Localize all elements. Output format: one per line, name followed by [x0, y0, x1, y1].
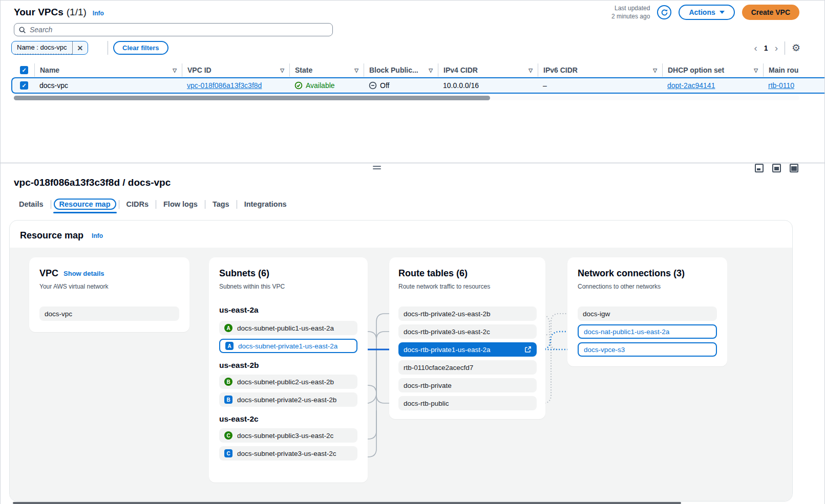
actions-button[interactable]: Actions: [679, 5, 734, 20]
az-c-private-badge: C: [224, 449, 232, 457]
az-heading: us-east-2b: [219, 360, 357, 370]
vpc-id-link[interactable]: vpc-018f086a13f3c3f8d: [187, 81, 262, 90]
column-header-vpc-id[interactable]: VPC ID▽: [182, 63, 289, 77]
clear-filters-button[interactable]: Clear filters: [113, 41, 168, 55]
chevron-down-icon: [720, 11, 725, 14]
filter-token-label: Name : docs-vpc: [12, 41, 72, 54]
column-header-main-route-table[interactable]: Main rou: [763, 63, 825, 77]
cell-block-public: Off: [364, 81, 438, 90]
page-number[interactable]: 1: [764, 44, 768, 52]
search-input[interactable]: [30, 26, 328, 34]
search-box: [14, 23, 333, 36]
vpc-column-title: VPC: [39, 268, 58, 279]
tab-tags[interactable]: Tags: [205, 196, 237, 212]
panel-small-icon[interactable]: [755, 164, 764, 172]
cell-state: Available: [289, 81, 364, 90]
header-actions: Last updated 2 minutes ago Actions Creat…: [611, 4, 799, 20]
cell-dhcp: dopt-2ac94141: [662, 81, 763, 90]
select-all-checkbox[interactable]: ✓: [20, 66, 28, 74]
sort-filter-icon[interactable]: ▽: [429, 68, 433, 73]
sort-filter-icon[interactable]: ▽: [754, 68, 758, 73]
az-heading: us-east-2a: [219, 305, 357, 315]
filter-token[interactable]: Name : docs-vpc ✕: [11, 41, 88, 55]
network-connection-node-highlighted[interactable]: docs-nat-public1-us-east-2a: [578, 324, 717, 339]
split-drag-handle-icon[interactable]: [373, 166, 381, 171]
route-table-node[interactable]: docs-rtb-private: [398, 378, 537, 392]
status-off-icon: [369, 81, 377, 90]
subnet-node-selected[interactable]: A docs-subnet-private1-us-east-2a: [219, 339, 357, 353]
az-a-public-badge: A: [224, 324, 232, 332]
sort-filter-icon[interactable]: ▽: [528, 68, 533, 73]
remove-filter-icon[interactable]: ✕: [73, 44, 88, 52]
panel-medium-icon[interactable]: [772, 164, 781, 172]
route-table-node[interactable]: docs-rtb-private2-us-east-2b: [398, 306, 537, 321]
route-tables-column: Route tables (6) Route network traffic t…: [389, 257, 545, 419]
az-b-private-badge: B: [224, 396, 232, 404]
resource-map-canvas: VPC Show details Your AWS virtual networ…: [10, 248, 792, 501]
sort-filter-icon[interactable]: ▽: [653, 68, 657, 73]
subnets-column-description: Subnets within this VPC: [219, 283, 357, 291]
route-table-node[interactable]: rtb-0110cface2acecfd7: [398, 360, 537, 375]
last-updated-text: Last updated 2 minutes ago: [611, 4, 650, 20]
page-header: Your VPCs (1/1) Info: [14, 7, 104, 18]
sort-filter-icon[interactable]: ▽: [173, 68, 177, 73]
horizontal-scrollbar[interactable]: [14, 96, 799, 100]
divider: [108, 41, 108, 55]
tab-integrations[interactable]: Integrations: [237, 196, 294, 212]
route-table-node-selected[interactable]: docs-rtb-private1-us-east-2a: [398, 342, 537, 357]
pagination: ‹ 1 › ⚙: [754, 41, 801, 55]
vpc-list-pane: Your VPCs (1/1) Info Last updated 2 minu…: [0, 0, 825, 163]
page-horizontal-scrollbar[interactable]: [13, 502, 681, 504]
external-link-icon[interactable]: [524, 346, 532, 353]
cell-main-route-table: rtb-0110: [763, 81, 825, 90]
resource-map-card: Resource map Info VPC Show details: [9, 220, 793, 501]
panel-size-controls: [755, 164, 798, 172]
column-header-dhcp[interactable]: DHCP option set▽: [662, 63, 763, 77]
tab-cidrs[interactable]: CIDRs: [119, 196, 156, 212]
subnet-node[interactable]: B docs-subnet-public2-us-east-2b: [219, 375, 357, 389]
tab-details[interactable]: Details: [14, 196, 51, 212]
table-header: ✓ Name▽ VPC ID▽ State▽ Block Public...▽ …: [14, 63, 825, 77]
resource-map-title: Resource map: [20, 230, 83, 241]
subnet-node[interactable]: C docs-subnet-private3-us-east-2c: [219, 446, 357, 461]
cell-vpc-id: vpc-018f086a13f3c3f8d: [182, 81, 289, 90]
page-next-icon[interactable]: ›: [775, 43, 778, 53]
gear-icon[interactable]: ⚙: [792, 43, 800, 53]
row-checkbox[interactable]: ✓: [20, 81, 28, 90]
page-info-link[interactable]: Info: [93, 10, 104, 17]
main-route-table-link[interactable]: rtb-0110: [768, 81, 794, 90]
network-connections-column-description: Connections to other networks: [578, 283, 717, 291]
subnet-node[interactable]: B docs-subnet-private2-us-east-2b: [219, 392, 357, 407]
table-row[interactable]: ✓ docs-vpc vpc-018f086a13f3c3f8d Availab…: [11, 77, 825, 94]
az-b-public-badge: B: [224, 378, 232, 386]
page-prev-icon[interactable]: ‹: [754, 43, 757, 53]
vpc-column: VPC Show details Your AWS virtual networ…: [29, 257, 189, 332]
sort-filter-icon[interactable]: ▽: [354, 68, 358, 73]
route-table-node[interactable]: docs-rtb-private3-us-east-2c: [398, 324, 537, 339]
tab-flow-logs[interactable]: Flow logs: [156, 196, 205, 212]
column-header-state[interactable]: State▽: [289, 63, 364, 77]
network-connection-node[interactable]: docs-igw: [578, 306, 717, 321]
resource-map-info-link[interactable]: Info: [92, 232, 103, 239]
route-table-node[interactable]: docs-rtb-public: [398, 396, 537, 410]
column-header-ipv4-cidr[interactable]: IPv4 CIDR▽: [438, 63, 538, 77]
column-header-block-public[interactable]: Block Public...▽: [364, 63, 438, 77]
select-all-cell: ✓: [14, 63, 34, 77]
vpc-node[interactable]: docs-vpc: [39, 306, 179, 321]
network-connection-node-highlighted[interactable]: docs-vpce-s3: [578, 342, 717, 357]
search-icon: [18, 26, 26, 34]
horizontal-scrollbar-thumb[interactable]: [14, 96, 490, 100]
column-header-ipv6-cidr[interactable]: IPv6 CIDR▽: [538, 63, 662, 77]
tab-resource-map[interactable]: Resource map: [51, 196, 119, 212]
route-tables-column-description: Route network traffic to resources: [398, 283, 537, 291]
sort-filter-icon[interactable]: ▽: [280, 68, 284, 73]
dhcp-option-set-link[interactable]: dopt-2ac94141: [667, 81, 715, 90]
refresh-button[interactable]: [657, 5, 671, 19]
panel-full-icon[interactable]: [790, 164, 798, 172]
show-details-link[interactable]: Show details: [64, 270, 104, 277]
subnet-node[interactable]: C docs-subnet-public3-us-east-2c: [219, 428, 357, 443]
column-header-name[interactable]: Name▽: [34, 63, 182, 77]
create-vpc-button[interactable]: Create VPC: [742, 5, 799, 20]
subnet-node[interactable]: A docs-subnet-public1-us-east-2a: [219, 321, 357, 335]
az-a-private-badge: A: [225, 342, 234, 350]
